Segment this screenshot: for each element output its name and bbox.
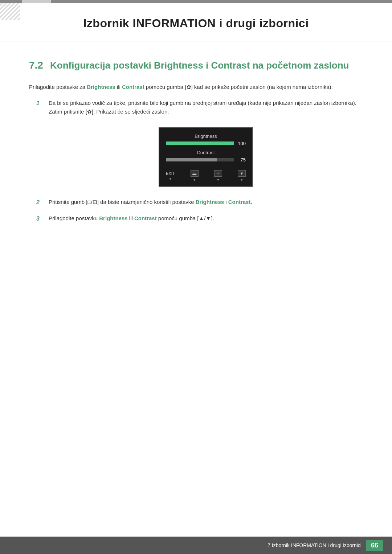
btn1-arrow: ▼ [193, 178, 196, 182]
contrast-value: 75 [237, 157, 246, 163]
header-accent [22, 0, 51, 3]
osd-container: Brightness 100 Contrast [49, 127, 363, 187]
brightness-keyword: Brightness [87, 84, 115, 90]
section-title: Konfiguracija postavki Brightness i Cont… [50, 59, 349, 72]
brightness-bar-track [166, 141, 234, 145]
osd-btn2: ✛ ▼ [214, 170, 222, 182]
page-number: 66 [366, 540, 383, 551]
contrast-bar-track [166, 158, 234, 161]
osd-exit-btn: EXIT ▼ [166, 171, 175, 181]
section-heading: 7.2 Konfiguracija postavki Brightness i … [29, 59, 363, 72]
step-3-number: 3 [36, 214, 43, 223]
intro-text-part2: pomoću gumba [✿] kad se prikaže početni … [144, 84, 333, 90]
corner-decoration [0, 0, 20, 20]
btn2-arrow: ▼ [216, 178, 220, 182]
step-2: 2 Pritisnite gumb [□/⊡] da biste naizmje… [36, 198, 363, 207]
step3-contrast: Contrast [134, 215, 157, 221]
step2-contrast: Contrast [228, 199, 251, 205]
step2-brightness: Brightness [196, 199, 224, 205]
brightness-row: Brightness 100 [166, 134, 246, 146]
footer-text: 7 Izbornik INFORMATION i drugi izbornici [268, 542, 362, 548]
step-3: 3 Prilagodite postavku Brightness ili Co… [36, 214, 363, 223]
step-2-text: Pritisnite gumb [□/⊡] da biste naizmjeni… [49, 198, 252, 206]
step-1: 1 Da bi se prikazao vodič za tipke, prit… [36, 99, 363, 116]
exit-arrow: ▼ [168, 177, 172, 181]
step-2-number: 2 [36, 198, 43, 207]
intro-paragraph: Prilagodite postavke za Brightness ili C… [29, 83, 363, 91]
contrast-bar-container: 75 [166, 157, 246, 163]
brightness-bar-fill [166, 141, 234, 145]
intro-text-middle: ili [115, 84, 122, 90]
btn3-icon: ▼ [238, 170, 246, 177]
brightness-label: Brightness [166, 134, 246, 139]
header-bar [0, 0, 392, 3]
contrast-bar-fill [166, 158, 217, 161]
contrast-keyword: Contrast [122, 84, 144, 90]
btn3-arrow: ▼ [240, 178, 244, 182]
brightness-bar-container: 100 [166, 141, 246, 146]
contrast-label: Contrast [166, 150, 246, 155]
page-footer: 7 Izbornik INFORMATION i drugi izbornici… [0, 537, 392, 554]
brightness-value: 100 [237, 141, 246, 146]
osd-screenshot: Brightness 100 Contrast [159, 127, 253, 187]
osd-btn1: ▬ ▼ [191, 170, 199, 182]
page-title: Izbornik INFORMATION i drugi izbornici [29, 17, 363, 30]
contrast-row: Contrast 75 [166, 150, 246, 163]
exit-label: EXIT [166, 171, 175, 176]
btn2-icon: ✛ [214, 170, 222, 177]
btn1-icon: ▬ [191, 170, 199, 177]
svg-rect-1 [0, 0, 20, 20]
main-content: 7.2 Konfiguracija postavki Brightness i … [0, 41, 392, 260]
steps-list: 1 Da bi se prikazao vodič za tipke, prit… [36, 99, 363, 223]
page-title-section: Izbornik INFORMATION i drugi izbornici [0, 3, 392, 41]
step-3-text: Prilagodite postavku Brightness ili Cont… [49, 214, 214, 223]
osd-btn3: ▼ ▼ [238, 170, 246, 182]
osd-footer: EXIT ▼ ▬ ▼ ✛ ▼ ▼ ▼ [166, 167, 246, 182]
step-1-number: 1 [36, 99, 43, 108]
section-number: 7.2 [29, 59, 44, 71]
step-1-text: Da bi se prikazao vodič za tipke, pritis… [49, 99, 363, 116]
intro-text-part1: Prilagodite postavke za [29, 84, 87, 90]
step3-brightness: Brightness [99, 215, 127, 221]
